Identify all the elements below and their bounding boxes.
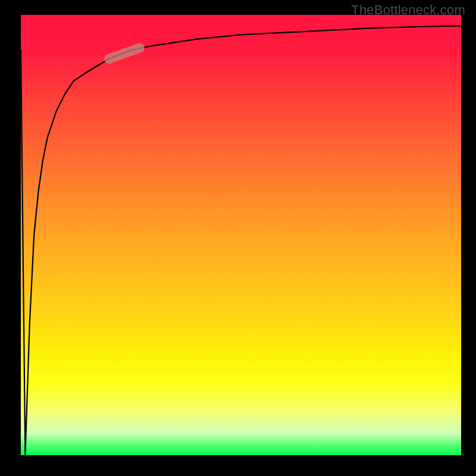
- bottleneck-curve: [21, 26, 461, 456]
- marker-segment: [109, 48, 140, 60]
- curve-layer: [21, 15, 461, 455]
- chart-frame: TheBottleneck.com: [0, 0, 476, 476]
- watermark-text: TheBottleneck.com: [351, 2, 465, 18]
